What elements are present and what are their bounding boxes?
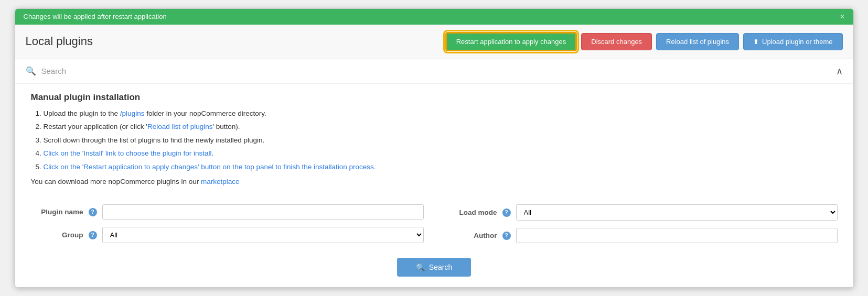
- plugin-name-label: Plugin name: [31, 208, 83, 216]
- search-button-icon: 🔍: [416, 263, 425, 271]
- marketplace-prefix: You can download more nopCommerce plugin…: [31, 178, 199, 185]
- filters-section: Plugin name ? Group ? All SEO Payment Sh…: [15, 199, 853, 254]
- load-mode-row: Load mode ? All Installed only Not insta…: [445, 204, 838, 221]
- collapse-icon[interactable]: ∧: [836, 65, 843, 77]
- steps-list: Upload the plugin to the /plugins folder…: [31, 108, 838, 173]
- upload-plugin-button[interactable]: ⬆ Upload plugin or theme: [743, 33, 842, 50]
- plugin-name-help-icon[interactable]: ?: [89, 208, 97, 216]
- main-window: Changes will be applied after restart ap…: [15, 8, 854, 288]
- reload-plugins-button[interactable]: Reload list of plugins: [656, 33, 739, 50]
- load-mode-select[interactable]: All Installed only Not installed: [516, 204, 838, 221]
- author-help-icon[interactable]: ?: [502, 232, 511, 240]
- header-actions: Restart application to apply changes Dis…: [445, 32, 843, 51]
- step-3: Scroll down through the list of plugins …: [44, 135, 838, 146]
- author-row: Author ?: [445, 228, 838, 243]
- restart-link[interactable]: Click on the 'Restart application to app…: [44, 163, 376, 171]
- discard-changes-button[interactable]: Discard changes: [581, 33, 652, 50]
- author-label: Author: [445, 232, 497, 239]
- plugins-folder-link[interactable]: /plugins: [120, 109, 145, 117]
- search-button-row: 🔍 Search: [15, 254, 853, 287]
- main-content: 🔍 Search ∧ Manual plugin installation Up…: [15, 59, 853, 288]
- page-header: Local plugins Restart application to app…: [15, 25, 853, 59]
- search-bar: 🔍 Search ∧: [15, 59, 853, 84]
- upload-icon: ⬆: [753, 38, 759, 46]
- plugin-name-row: Plugin name ?: [31, 204, 424, 220]
- step-4: Click on the 'Install' link to choose th…: [44, 148, 838, 159]
- search-button[interactable]: 🔍 Search: [397, 258, 471, 277]
- restart-button[interactable]: Restart application to apply changes: [445, 32, 577, 51]
- info-section: Manual plugin installation Upload the pl…: [15, 84, 853, 200]
- search-icon: 🔍: [26, 66, 36, 76]
- step-5: Click on the 'Restart application to app…: [44, 161, 838, 173]
- search-left: 🔍 Search: [26, 66, 67, 76]
- load-mode-help-icon[interactable]: ?: [502, 209, 511, 217]
- manual-install-title: Manual plugin installation: [31, 92, 838, 103]
- plugin-name-input[interactable]: [102, 204, 424, 220]
- group-row: Group ? All SEO Payment Shipping Authent…: [31, 227, 424, 243]
- step-1: Upload the plugin to the /plugins folder…: [44, 108, 838, 119]
- close-button[interactable]: ×: [840, 13, 844, 21]
- group-label: Group: [31, 231, 83, 239]
- group-select[interactable]: All SEO Payment Shipping Authentication …: [102, 227, 424, 243]
- marketplace-text: You can download more nopCommerce plugin…: [31, 178, 838, 185]
- reload-link[interactable]: Reload list of plugins: [147, 123, 213, 130]
- author-input[interactable]: [516, 228, 838, 243]
- load-mode-label: Load mode: [445, 209, 497, 216]
- group-help-icon[interactable]: ?: [89, 231, 97, 239]
- right-filters: Load mode ? All Installed only Not insta…: [445, 204, 838, 243]
- notification-text: Changes will be applied after restart ap…: [24, 13, 167, 20]
- page-title: Local plugins: [26, 35, 93, 48]
- install-link[interactable]: Click on the 'Install' link to choose th…: [44, 149, 214, 157]
- step-2: Restart your application (or click 'Relo…: [44, 121, 838, 133]
- marketplace-link[interactable]: marketplace: [201, 178, 240, 185]
- notification-bar: Changes will be applied after restart ap…: [15, 9, 853, 25]
- left-filters: Plugin name ? Group ? All SEO Payment Sh…: [31, 204, 424, 243]
- search-button-label: Search: [429, 263, 452, 271]
- upload-label: Upload plugin or theme: [762, 38, 832, 46]
- search-placeholder-text: Search: [41, 67, 67, 75]
